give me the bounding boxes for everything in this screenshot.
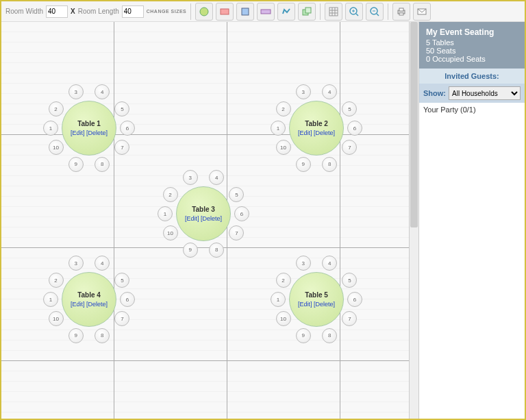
seat[interactable]: 10 [276, 311, 291, 326]
seat[interactable]: 3 [68, 84, 84, 99]
seat[interactable]: 10 [49, 140, 64, 155]
edit-link[interactable]: [Edit] [71, 129, 85, 136]
seat[interactable]: 1 [158, 206, 173, 221]
tables-count: 5 Tables [426, 38, 518, 47]
seat[interactable]: 7 [342, 140, 357, 155]
seat[interactable]: 9 [183, 243, 198, 258]
seat[interactable]: 2 [276, 101, 291, 116]
seat[interactable]: 4 [95, 84, 110, 99]
seat[interactable]: 1 [43, 292, 58, 307]
seat[interactable]: 8 [95, 328, 110, 343]
seat[interactable]: 5 [114, 101, 129, 116]
seating-canvas[interactable]: Table 1[Edit] [Delete]34251610798Table 2… [1, 22, 418, 419]
seats-count: 50 Seats [426, 47, 518, 55]
table[interactable]: Table 3[Edit] [Delete]34251610798 [176, 186, 231, 241]
seat[interactable]: 3 [296, 256, 311, 271]
seat[interactable]: 7 [229, 225, 244, 240]
seat[interactable]: 1 [43, 121, 58, 136]
seat[interactable]: 8 [322, 328, 337, 343]
seat[interactable]: 8 [209, 243, 224, 258]
seat[interactable]: 7 [114, 311, 129, 326]
table[interactable]: Table 1[Edit] [Delete]34251610798 [62, 101, 116, 156]
seat[interactable]: 5 [229, 187, 244, 202]
invited-guests-header: Invited Guests: [419, 69, 525, 84]
event-title: My Event Seating [426, 27, 518, 37]
seat[interactable]: 9 [68, 157, 84, 172]
seat[interactable]: 7 [114, 140, 129, 155]
add-object-button[interactable] [277, 3, 295, 21]
edit-link[interactable]: [Edit] [71, 301, 85, 308]
dimension-x: X [71, 8, 75, 15]
seat[interactable]: 10 [49, 311, 64, 326]
seat[interactable]: 6 [120, 292, 135, 307]
seat[interactable]: 6 [347, 121, 362, 136]
table[interactable]: Table 2[Edit] [Delete]34251610798 [289, 101, 344, 156]
guest-item[interactable]: Your Party (0/1) [423, 106, 521, 114]
seat[interactable]: 8 [95, 157, 110, 172]
add-head-table-button[interactable] [236, 3, 254, 21]
seat[interactable]: 4 [322, 84, 337, 99]
show-select[interactable]: All Households [449, 86, 521, 100]
show-label: Show: [423, 89, 446, 97]
change-sizes-button[interactable]: CHANGE SIZES [147, 9, 187, 14]
seat[interactable]: 8 [322, 157, 337, 172]
email-button[interactable] [413, 3, 431, 21]
seat[interactable]: 3 [183, 170, 198, 185]
seat[interactable]: 5 [342, 273, 357, 288]
delete-link[interactable]: [Delete] [312, 129, 335, 136]
table-name: Table 3 [192, 206, 215, 213]
add-long-table-button[interactable] [257, 3, 275, 21]
seat[interactable]: 10 [276, 140, 291, 155]
edit-link[interactable]: [Edit] [185, 215, 199, 222]
seat[interactable]: 1 [271, 292, 286, 307]
delete-link[interactable]: [Delete] [84, 129, 108, 136]
seat[interactable]: 7 [342, 311, 357, 326]
grid-button[interactable] [325, 3, 342, 21]
room-width-input[interactable] [46, 5, 68, 18]
seat[interactable]: 2 [49, 101, 64, 116]
svg-rect-20 [399, 13, 403, 15]
seat[interactable]: 3 [68, 256, 84, 271]
duplicate-button[interactable] [298, 3, 316, 21]
zoom-in-button[interactable] [345, 3, 363, 21]
table[interactable]: Table 5[Edit] [Delete]34251610798 [289, 272, 344, 327]
svg-rect-1 [221, 9, 229, 14]
seat[interactable]: 10 [163, 225, 178, 240]
print-button[interactable] [392, 3, 410, 21]
table-name: Table 5 [305, 291, 328, 299]
svg-rect-19 [399, 8, 403, 11]
seat[interactable]: 9 [68, 328, 84, 343]
zoom-out-button[interactable] [366, 3, 384, 21]
delete-link[interactable]: [Delete] [312, 301, 335, 308]
sidebar: My Event Seating 5 Tables 50 Seats 0 Occ… [418, 22, 525, 419]
seat[interactable]: 2 [276, 273, 291, 288]
seat[interactable]: 6 [347, 292, 362, 307]
seat[interactable]: 9 [296, 328, 311, 343]
seat[interactable]: 6 [234, 206, 249, 221]
svg-line-16 [377, 14, 379, 16]
seat[interactable]: 4 [95, 256, 110, 271]
seat[interactable]: 4 [322, 256, 337, 271]
seat[interactable]: 1 [271, 121, 286, 136]
svg-line-12 [356, 14, 358, 16]
seat[interactable]: 2 [163, 187, 178, 202]
svg-rect-6 [329, 8, 338, 16]
vertical-scrollbar[interactable] [409, 22, 418, 419]
seat[interactable]: 3 [296, 84, 311, 99]
room-length-input[interactable] [122, 5, 144, 18]
svg-rect-2 [242, 8, 249, 15]
delete-link[interactable]: [Delete] [84, 301, 108, 308]
seat[interactable]: 2 [49, 273, 64, 288]
add-round-table-button[interactable] [195, 3, 213, 21]
seat[interactable]: 5 [114, 273, 129, 288]
seat[interactable]: 6 [120, 121, 135, 136]
table[interactable]: Table 4[Edit] [Delete]34251610798 [62, 272, 116, 327]
add-rect-table-button[interactable] [216, 3, 234, 21]
delete-link[interactable]: [Delete] [199, 215, 222, 222]
seat[interactable]: 4 [209, 170, 224, 185]
seat[interactable]: 5 [342, 101, 357, 116]
edit-link[interactable]: [Edit] [298, 129, 312, 136]
toolbar: Room Width X Room Length CHANGE SIZES [1, 1, 525, 22]
seat[interactable]: 9 [296, 157, 311, 172]
edit-link[interactable]: [Edit] [298, 301, 312, 308]
